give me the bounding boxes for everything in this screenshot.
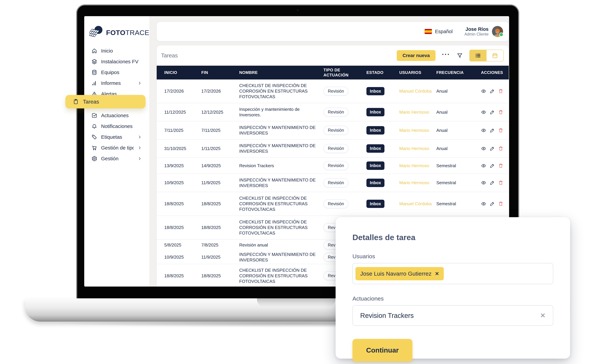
estado-badge: Inbox: [366, 162, 384, 170]
pencil-icon[interactable]: [490, 89, 495, 94]
pencil-icon[interactable]: [490, 128, 495, 133]
filter-icon[interactable]: [457, 52, 463, 59]
cell-frecuencia: Semestral: [436, 201, 481, 207]
task-details-card: Detalles de tarea Usuarios Jose Luis Nav…: [335, 217, 570, 359]
user-link[interactable]: Mario Hermoso: [399, 146, 429, 151]
cell-fin: 14/9/2025: [201, 163, 239, 169]
cell-frecuencia: Anual: [436, 88, 481, 94]
cell-tipo: Revisión: [323, 144, 366, 153]
eye-icon[interactable]: [481, 89, 486, 94]
eye-icon[interactable]: [481, 201, 486, 206]
cell-nombre: CHECKLIST DE INSPECCIÓN DE CORROSIÓN EN …: [239, 219, 323, 236]
chevron-right-icon: [138, 81, 142, 85]
remove-user-icon[interactable]: ✕: [435, 271, 439, 277]
solar-panel-logo-icon: [89, 25, 104, 40]
sidebar-item-informes[interactable]: Informes: [84, 78, 149, 89]
language-selector[interactable]: Español: [425, 29, 453, 34]
pencil-icon[interactable]: [490, 201, 495, 206]
home-icon: [91, 48, 97, 54]
eye-icon[interactable]: [481, 128, 486, 133]
estado-badge: Inbox: [366, 200, 384, 208]
sidebar-item-actuaciones[interactable]: Actuaciones: [84, 110, 149, 121]
user-link[interactable]: Manuel Córdoba: [399, 201, 432, 206]
cell-nombre: INSPECCIÓN Y MANTENIMIENTO DE INVERSORES: [239, 125, 323, 136]
pencil-icon[interactable]: [490, 163, 495, 168]
user-link[interactable]: Manuel Córdoba: [399, 89, 432, 94]
eye-icon[interactable]: [481, 180, 486, 185]
sidebar-item-inicio[interactable]: Inicio: [84, 46, 149, 56]
cell-fin: 1/11/2025: [201, 146, 239, 151]
sidebar-item-etiquetas[interactable]: Etiquetas: [84, 132, 149, 143]
cell-tipo: Revisión: [323, 178, 366, 187]
calendar-view-button[interactable]: [487, 50, 503, 61]
tipo-badge: Revisión: [323, 126, 349, 135]
cell-nombre: CHECKLIST DE INSPECCIÓN DE CORROSIÓN EN …: [239, 267, 323, 284]
cell-acciones: [481, 180, 504, 185]
user-link[interactable]: Mario Hermoso: [399, 180, 429, 185]
column-header: INICIO: [164, 70, 201, 75]
trash-icon[interactable]: [498, 163, 503, 168]
sidebar-item-label: Gestión de tipos de ...: [101, 145, 134, 151]
cell-inicio: 18/8/2025: [164, 201, 201, 207]
chevron-right-icon: [138, 156, 142, 161]
create-task-button[interactable]: Crear nueva: [397, 50, 435, 61]
cell-tipo: Revisión: [323, 199, 366, 208]
pencil-icon[interactable]: [490, 180, 495, 185]
cell-frecuencia: Anual: [436, 146, 481, 151]
user-link[interactable]: Mario Hermoso: [399, 110, 429, 115]
trash-icon[interactable]: [498, 128, 503, 133]
tipo-badge: Revisión: [323, 161, 349, 170]
sidebar-item-gesti-n-de-tipos-de[interactable]: Gestión de tipos de ...: [84, 143, 149, 153]
trash-icon[interactable]: [498, 146, 503, 151]
estado-badge: Inbox: [366, 87, 384, 96]
tasks-title: Tareas: [161, 52, 178, 59]
continue-button[interactable]: Continuar: [352, 339, 412, 362]
cell-frecuencia: Semestral: [436, 163, 481, 169]
user-menu[interactable]: Jose Ríos Admin Cliente: [464, 26, 503, 37]
column-header: ESTADO: [366, 70, 399, 75]
avatar[interactable]: [492, 26, 503, 37]
more-options-icon[interactable]: ···: [442, 54, 450, 57]
trash-icon[interactable]: [498, 180, 503, 185]
trash-icon[interactable]: [498, 110, 503, 115]
eye-icon[interactable]: [481, 110, 486, 115]
sidebar-item-notificaciones[interactable]: Notificaciones: [84, 121, 149, 132]
sidebar-item-tareas-active[interactable]: Tareas: [65, 95, 145, 108]
sidebar-item-gesti-n[interactable]: Gestión: [84, 153, 149, 164]
eye-icon[interactable]: [481, 163, 486, 168]
cell-acciones: [481, 110, 504, 115]
trash-icon[interactable]: [498, 201, 503, 206]
cell-acciones: [481, 201, 504, 206]
trash-icon[interactable]: [498, 89, 503, 94]
column-header: FIN: [201, 70, 239, 75]
cell-tipo: Revisión: [323, 126, 366, 135]
bar-chart-icon: [91, 80, 97, 86]
online-status-dot: [499, 32, 503, 37]
users-multiselect-input[interactable]: Jose Luis Navarro Gutierrez ✕: [352, 263, 553, 284]
cell-fin: 12/12/2025: [201, 110, 239, 115]
eye-icon[interactable]: [481, 146, 486, 151]
spain-flag-icon: [425, 29, 432, 34]
tipo-badge: Revisión: [323, 144, 349, 153]
sidebar-item-instalaciones-fv[interactable]: Instalaciones FV: [84, 56, 149, 67]
sidebar-item-equipos[interactable]: Equipos: [84, 67, 149, 78]
user-link[interactable]: Mario Hermoso: [399, 163, 429, 168]
cell-inicio: 11/12/2025: [164, 110, 201, 115]
webcam-dot: [297, 9, 298, 11]
clear-action-icon[interactable]: ✕: [540, 312, 546, 319]
user-names: Jose Ríos Admin Cliente: [464, 26, 489, 37]
pencil-icon[interactable]: [490, 110, 495, 115]
sidebar-item-label: Etiquetas: [101, 134, 122, 140]
pencil-icon[interactable]: [490, 146, 495, 151]
list-view-button[interactable]: [470, 50, 487, 61]
brand-name-bold: FOTO: [106, 29, 125, 37]
cell-acciones: [481, 89, 504, 94]
action-select-input[interactable]: Revision Trackers ✕: [352, 305, 553, 326]
user-link[interactable]: Mario Hermoso: [399, 128, 429, 133]
cell-fin: 7/8/2025: [201, 242, 239, 248]
cell-frecuencia: Anual: [436, 128, 481, 133]
cell-usuarios: Mario Hermoso: [399, 163, 436, 169]
user-role: Admin Cliente: [464, 32, 489, 36]
sidebar-item-label: Inicio: [101, 48, 113, 54]
table-header: INICIOFINNOMBRETIPO DE ACTUACIÓNESTADOUS…: [157, 66, 509, 79]
